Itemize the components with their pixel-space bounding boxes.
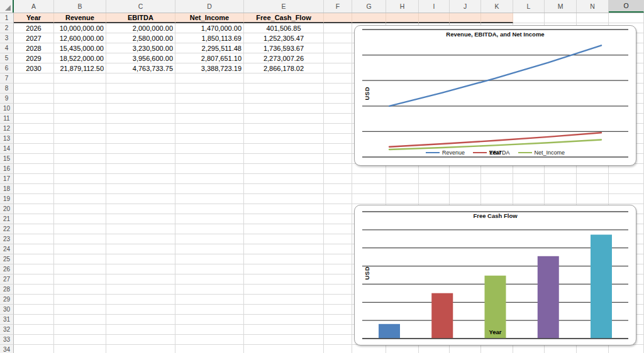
cell[interactable]: [244, 174, 324, 184]
cell[interactable]: 2,807,651.10: [175, 53, 244, 63]
cell[interactable]: [106, 285, 175, 295]
cell[interactable]: 401,506.85: [244, 23, 324, 33]
cell[interactable]: [106, 335, 175, 345]
cell[interactable]: [244, 325, 324, 335]
cell[interactable]: [175, 164, 244, 174]
cell[interactable]: [106, 124, 175, 134]
cell[interactable]: 2,273,007.26: [244, 53, 324, 63]
cell[interactable]: [324, 73, 352, 84]
column-header-N[interactable]: N: [577, 0, 609, 13]
cell[interactable]: [106, 224, 175, 234]
cell[interactable]: [513, 184, 545, 194]
cell[interactable]: [106, 114, 175, 124]
cell[interactable]: 1,470,000.00: [175, 23, 244, 33]
cell[interactable]: [175, 124, 244, 134]
cell[interactable]: 12,600,000.00: [54, 33, 106, 43]
cell[interactable]: [244, 224, 324, 234]
cell[interactable]: [54, 295, 106, 305]
row-header-29[interactable]: 29: [0, 295, 14, 305]
cell[interactable]: 2028: [14, 43, 54, 53]
cell[interactable]: [106, 84, 175, 94]
cell[interactable]: [54, 184, 106, 194]
cell[interactable]: 2,295,511.48: [175, 43, 244, 53]
cell[interactable]: [324, 154, 352, 164]
row-header-34[interactable]: 34: [0, 345, 14, 353]
row-header-31[interactable]: 31: [0, 315, 14, 325]
cell[interactable]: [54, 234, 106, 244]
legend-item-Revenue[interactable]: Revenue: [426, 149, 465, 156]
cell[interactable]: [14, 154, 54, 164]
column-header-K[interactable]: K: [481, 0, 513, 13]
cell[interactable]: [324, 345, 352, 353]
cell[interactable]: [175, 104, 244, 114]
cell[interactable]: [106, 214, 175, 224]
row-header-26[interactable]: 26: [0, 264, 14, 274]
cell[interactable]: [545, 174, 577, 184]
cell[interactable]: [14, 214, 54, 224]
cell[interactable]: [577, 345, 609, 353]
cell[interactable]: [14, 234, 54, 244]
cell[interactable]: [324, 84, 352, 94]
cell[interactable]: [175, 295, 244, 305]
cell[interactable]: [54, 194, 106, 204]
row-header-27[interactable]: 27: [0, 274, 14, 285]
row-header-7[interactable]: 7: [0, 73, 14, 84]
series-line-Revenue[interactable]: [389, 45, 601, 106]
cell[interactable]: [577, 174, 609, 184]
cell[interactable]: [106, 174, 175, 184]
column-header-M[interactable]: M: [545, 0, 577, 13]
chart-free-cash-flow[interactable]: Free Cash FlowUSDYear: [354, 205, 636, 345]
cell[interactable]: [324, 234, 352, 244]
cell[interactable]: [14, 84, 54, 94]
cell[interactable]: [175, 274, 244, 285]
row-header-8[interactable]: 8: [0, 84, 14, 94]
cell[interactable]: 21,879,112.50: [54, 63, 106, 73]
cell[interactable]: [54, 305, 106, 315]
bar-2027[interactable]: [431, 293, 453, 339]
cell[interactable]: [513, 13, 545, 23]
row-header-30[interactable]: 30: [0, 305, 14, 315]
cell[interactable]: [352, 13, 386, 23]
cell[interactable]: 2,000,000.00: [106, 23, 175, 33]
cell[interactable]: [450, 194, 481, 204]
cell[interactable]: [14, 73, 54, 84]
cell[interactable]: [106, 295, 175, 305]
cell[interactable]: [106, 184, 175, 194]
cell[interactable]: [175, 315, 244, 325]
cell[interactable]: [545, 13, 577, 23]
header-cell[interactable]: Year: [14, 13, 54, 23]
cell[interactable]: 10,000,000.00: [54, 23, 106, 33]
row-header-4[interactable]: 4: [0, 43, 14, 53]
cell[interactable]: [386, 13, 419, 23]
cell[interactable]: [352, 345, 386, 353]
cell[interactable]: 3,956,600.00: [106, 53, 175, 63]
cell[interactable]: [324, 224, 352, 234]
cell[interactable]: [106, 325, 175, 335]
cell[interactable]: [324, 104, 352, 114]
cell[interactable]: [545, 184, 577, 194]
cell[interactable]: [175, 73, 244, 84]
cell[interactable]: [609, 184, 644, 194]
header-cell[interactable]: Free_Cash_Flow: [244, 13, 324, 23]
cell[interactable]: [106, 305, 175, 315]
cell[interactable]: [481, 13, 513, 23]
column-header-J[interactable]: J: [450, 0, 481, 13]
cell[interactable]: [175, 144, 244, 154]
cell[interactable]: [244, 184, 324, 194]
cell[interactable]: [175, 264, 244, 274]
cell[interactable]: [106, 73, 175, 84]
cell[interactable]: [324, 144, 352, 154]
cell[interactable]: [54, 285, 106, 295]
cell[interactable]: [14, 114, 54, 124]
row-header-32[interactable]: 32: [0, 325, 14, 335]
bar-2029[interactable]: [538, 256, 559, 339]
cell[interactable]: [106, 234, 175, 244]
cell[interactable]: [324, 134, 352, 144]
row-header-17[interactable]: 17: [0, 174, 14, 184]
cell[interactable]: [244, 84, 324, 94]
cell[interactable]: [175, 194, 244, 204]
cell[interactable]: [419, 194, 450, 204]
column-header-L[interactable]: L: [513, 0, 545, 13]
cell[interactable]: [14, 124, 54, 134]
cell[interactable]: [324, 33, 352, 43]
